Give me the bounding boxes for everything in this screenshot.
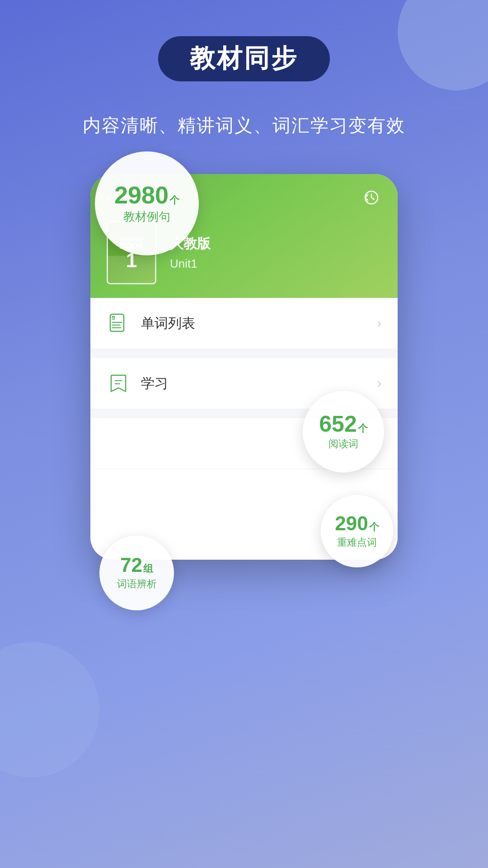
header-title: 教材同步	[190, 42, 298, 76]
badge-reading-words: 652 个 阅读词	[303, 391, 384, 472]
badge-72-unit: 组	[143, 562, 153, 576]
badge-example-sentences: 2980 个 教材例句	[95, 151, 199, 255]
badge-2980-unit: 个	[169, 193, 179, 207]
menu-item-word-list[interactable]: A 单词列表 ›	[90, 298, 398, 349]
badge-290-number: 290	[335, 514, 368, 533]
item3-icon	[107, 432, 130, 455]
badge-652-number: 652	[319, 413, 357, 435]
history-icon[interactable]	[361, 188, 381, 208]
bg-decoration-circle-top	[398, 0, 488, 90]
badge-290-unit: 个	[369, 520, 379, 534]
badge-2980-label: 教材例句	[123, 209, 170, 225]
book-unit: Unit1	[170, 257, 211, 271]
svg-text:A: A	[112, 316, 115, 320]
menu-gap-1	[90, 349, 398, 358]
badge-72-label: 词语辨析	[117, 577, 157, 591]
badge-652-label: 阅读词	[328, 437, 358, 451]
study-label: 学习	[141, 374, 377, 393]
header-pill: 教材同步	[158, 36, 330, 81]
badge-2980-number: 2980	[114, 183, 169, 207]
badge-word-groups: 72 组 词语辨析	[99, 536, 174, 610]
word-list-arrow: ›	[377, 316, 381, 330]
bg-decoration-circle-bottom	[0, 642, 99, 778]
badge-652-unit: 个	[358, 422, 368, 435]
abc-icon: A	[107, 311, 130, 335]
word-list-label: 单词列表	[141, 314, 377, 333]
phone-container: ‹ English BOOK 1 人教版 Unit1	[90, 174, 398, 581]
badge-72-number: 72	[120, 555, 142, 575]
badge-290-label: 重难点词	[337, 536, 377, 549]
subtitle: 内容清晰、精讲词义、词汇学习变有效	[0, 113, 488, 138]
bookmark-icon	[107, 372, 130, 395]
badge-key-words: 290 个 重难点词	[321, 495, 393, 567]
study-arrow: ›	[377, 376, 381, 391]
